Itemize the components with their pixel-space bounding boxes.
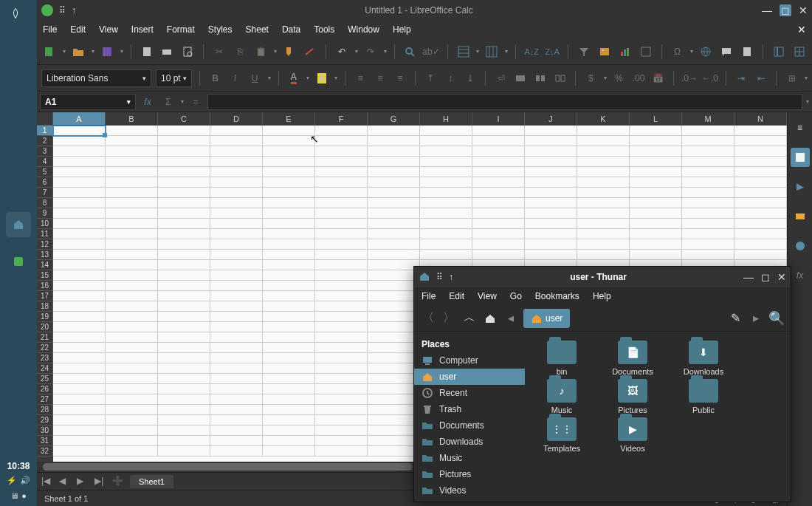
cell[interactable] (315, 363, 368, 374)
cell[interactable] (106, 281, 158, 291)
cell[interactable] (420, 167, 472, 177)
cell[interactable] (263, 219, 315, 229)
cell[interactable] (210, 198, 263, 208)
cell[interactable] (368, 219, 420, 229)
cell[interactable] (263, 312, 315, 322)
cell[interactable] (734, 167, 787, 177)
cell[interactable] (106, 425, 158, 436)
cell-reference-input[interactable]: A1▾ (40, 94, 136, 110)
cell[interactable] (577, 219, 630, 229)
column-header[interactable]: H (420, 112, 472, 126)
row-header[interactable]: 25 (37, 374, 53, 384)
tray-dot-icon[interactable]: ● (21, 491, 27, 500)
menu-sheet[interactable]: Sheet (246, 24, 269, 35)
cell[interactable] (682, 250, 734, 260)
edit-path-button[interactable]: ✎ (727, 310, 743, 326)
font-color-button[interactable]: A (286, 69, 301, 87)
valign-top-button[interactable]: ⤒ (423, 69, 438, 87)
cell[interactable] (106, 136, 158, 146)
cell[interactable] (368, 415, 420, 425)
cell[interactable] (210, 343, 263, 353)
cell[interactable] (577, 126, 630, 136)
bold-button[interactable]: B (207, 69, 223, 87)
cell[interactable] (158, 425, 210, 436)
clear-formatting-button[interactable] (302, 43, 318, 61)
thunar-menu-help[interactable]: Help (593, 291, 611, 301)
cell[interactable] (525, 157, 577, 167)
sidebar-properties-button[interactable] (791, 148, 810, 167)
cell[interactable] (158, 353, 210, 363)
cell[interactable] (53, 136, 106, 146)
cell[interactable] (158, 188, 210, 198)
cell[interactable] (682, 157, 734, 167)
system-tray-2[interactable]: 🖥 ● (10, 491, 27, 500)
cell[interactable] (368, 260, 420, 270)
unmerge-button[interactable] (552, 69, 568, 87)
cell[interactable] (53, 270, 106, 281)
add-sheet-button[interactable]: ➕ (112, 476, 124, 488)
cell[interactable] (577, 250, 630, 260)
cell[interactable] (420, 219, 472, 229)
sidebar-item-bin[interactable]: bin (414, 499, 525, 502)
row-header[interactable]: 31 (37, 436, 53, 446)
cell[interactable] (368, 343, 420, 353)
cell[interactable] (263, 229, 315, 239)
row-header[interactable]: 13 (37, 250, 53, 260)
row-header[interactable]: 6 (37, 177, 53, 188)
cell[interactable] (210, 188, 263, 198)
cell[interactable] (158, 322, 210, 332)
cell[interactable] (315, 301, 368, 312)
cell[interactable] (525, 250, 577, 260)
cell[interactable] (630, 219, 682, 229)
cell[interactable] (682, 126, 734, 136)
cell[interactable] (106, 374, 158, 384)
cell[interactable] (472, 208, 525, 219)
cell[interactable] (630, 250, 682, 260)
equals-button[interactable]: = (187, 93, 204, 111)
cell[interactable] (53, 291, 106, 301)
cell[interactable] (263, 301, 315, 312)
cell[interactable] (53, 436, 106, 446)
cell[interactable] (315, 353, 368, 363)
valign-middle-button[interactable]: ↕ (443, 69, 458, 87)
column-header[interactable]: A (53, 112, 106, 126)
cell[interactable] (577, 157, 630, 167)
thunar-menu-edit[interactable]: Edit (449, 291, 464, 301)
cell[interactable] (420, 229, 472, 239)
cell[interactable] (525, 126, 577, 136)
font-name-select[interactable]: Liberation Sans▾ (41, 69, 151, 87)
cell[interactable] (368, 157, 420, 167)
save-button[interactable] (99, 43, 115, 61)
cell[interactable] (106, 291, 158, 301)
cell[interactable] (53, 146, 106, 157)
pin-icon[interactable]: ↑ (449, 272, 453, 282)
cell[interactable] (368, 208, 420, 219)
cell[interactable] (210, 250, 263, 260)
row-header[interactable]: 24 (37, 363, 53, 374)
cell[interactable] (263, 250, 315, 260)
column-header[interactable]: M (682, 112, 734, 126)
nav-forward-button[interactable]: 〉 (441, 310, 457, 326)
cell[interactable] (368, 384, 420, 394)
cell[interactable] (106, 343, 158, 353)
cell[interactable] (315, 208, 368, 219)
cell[interactable] (682, 208, 734, 219)
menu-view[interactable]: View (99, 24, 118, 35)
spellcheck-button[interactable]: ab✓ (422, 43, 439, 61)
cell[interactable] (53, 374, 106, 384)
cell[interactable] (630, 177, 682, 188)
align-left-button[interactable]: ≡ (353, 69, 368, 87)
cell[interactable] (210, 312, 263, 322)
cell[interactable] (106, 394, 158, 405)
drag-handle-icon[interactable]: ⠿ (436, 272, 443, 282)
currency-button[interactable]: $ (583, 69, 599, 87)
cell[interactable] (106, 363, 158, 374)
cell[interactable] (263, 198, 315, 208)
sidebar-item-computer[interactable]: Computer (414, 352, 525, 369)
cell[interactable] (158, 415, 210, 425)
cell[interactable] (158, 157, 210, 167)
cell[interactable] (210, 167, 263, 177)
cell[interactable] (472, 126, 525, 136)
display-icon[interactable]: 🖥 (10, 491, 18, 500)
cell[interactable] (106, 177, 158, 188)
